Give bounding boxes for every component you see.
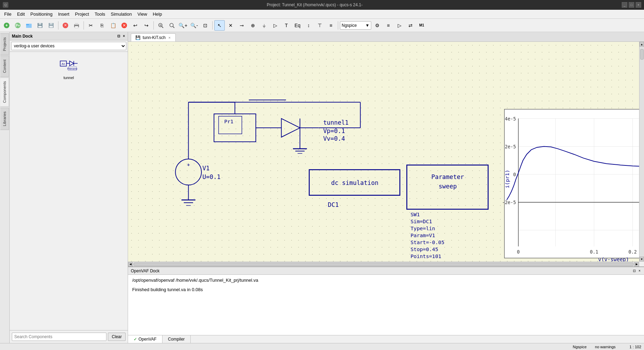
text-button[interactable]: T — [281, 20, 292, 31]
undo-button[interactable]: ↩ — [130, 20, 141, 31]
dock-tabs: ✓ OpenVAF Compiler — [128, 335, 644, 343]
menu-insert[interactable]: Insert — [55, 11, 72, 17]
zoom-area-button[interactable]: ⊕ — [156, 20, 166, 31]
svg-rect-11 — [49, 26, 53, 28]
new-button[interactable]: + — [1, 20, 12, 31]
dock-content: /opt/openvaf/openvaf /home/vvk/.qucs/Tun… — [128, 275, 644, 335]
dock-float-button[interactable]: ⊡ — [632, 268, 636, 273]
new-project-button[interactable]: P+ — [13, 20, 23, 31]
zoom-fit-button[interactable] — [167, 20, 177, 31]
save-as-button[interactable] — [46, 20, 56, 31]
libraries-tab[interactable]: Libraries — [0, 108, 9, 130]
search-input[interactable] — [12, 333, 106, 341]
svg-rect-15 — [75, 23, 78, 25]
scroll-right-button[interactable]: ▶ — [634, 262, 639, 266]
compiler-tab-label: Compiler — [168, 337, 185, 342]
svg-text:Vp=0.1: Vp=0.1 — [323, 127, 345, 134]
tab-bar: 💾 tunn-KiT.sch × — [128, 32, 644, 42]
clear-button[interactable]: Clear — [108, 333, 126, 341]
vscrollbar[interactable]: ▲ ▼ — [639, 42, 644, 262]
save-button[interactable] — [35, 20, 45, 31]
zoom-reset-button[interactable]: ⊡ — [200, 20, 210, 31]
close-file-button[interactable]: × — [60, 20, 71, 31]
svg-text:P+: P+ — [16, 24, 20, 28]
left-panel: Main Dock ⊡ × verilog-a user devices lum… — [10, 32, 128, 343]
port-button[interactable]: ▷ — [270, 20, 280, 31]
netlist-button[interactable]: ≡ — [326, 20, 336, 31]
scroll-up-button[interactable]: ▲ — [639, 42, 644, 47]
redo-button[interactable]: ↪ — [141, 20, 152, 31]
menu-project[interactable]: Project — [72, 11, 92, 17]
tunnel-icon: An Filename — [58, 57, 79, 75]
zoom-in-button[interactable]: 🔍+ — [178, 20, 188, 31]
projects-tab[interactable]: Projects — [0, 33, 9, 55]
wire-button[interactable]: ⊸ — [237, 20, 247, 31]
panel-close-button[interactable]: × — [122, 33, 126, 39]
close-button[interactable]: × — [636, 2, 641, 8]
equation-button[interactable]: Eq — [292, 20, 303, 31]
select-button[interactable]: ↖ — [214, 20, 225, 31]
open-button[interactable] — [24, 20, 34, 31]
main-layout: Projects Content Components Libraries Ma… — [0, 32, 644, 343]
m1-button[interactable]: M1 — [416, 20, 427, 31]
component-category-dropdown[interactable]: verilog-a user devices lumped components… — [10, 40, 128, 52]
sim-sync-button[interactable]: ⇄ — [405, 20, 416, 31]
window-controls[interactable]: _ □ × — [622, 2, 641, 8]
panel-float-button[interactable]: ⊡ — [117, 33, 121, 39]
dock-title: OpenVAF Dock — [131, 269, 159, 273]
svg-text:0.1: 0.1 — [590, 249, 598, 255]
menu-file[interactable]: File — [1, 11, 14, 17]
tab-label: tunn-KiT.sch — [143, 35, 166, 40]
ground-button[interactable]: ⏚ — [259, 20, 269, 31]
schematic-area[interactable]: Pr1 — [128, 42, 639, 262]
category-select[interactable]: verilog-a user devices lumped components… — [11, 42, 126, 50]
tab-close-button[interactable]: × — [168, 36, 171, 40]
component-label: tunnel — [64, 76, 74, 80]
delete-button[interactable]: ✕ — [119, 20, 129, 31]
app-icon: Q — [3, 2, 8, 8]
cut-button[interactable]: ✂ — [86, 20, 96, 31]
zoom-out-button[interactable]: 🔍- — [189, 20, 199, 31]
menu-help[interactable]: Help — [150, 11, 165, 17]
simulator-selector[interactable]: Ngspice ▼ — [340, 21, 371, 30]
svg-text:i(pr1): i(pr1) — [504, 170, 510, 188]
mirror-button[interactable]: ↕ — [303, 20, 314, 31]
netlist-view-button[interactable]: ≡ — [383, 20, 393, 31]
components-tab[interactable]: Components — [0, 77, 9, 107]
vdd-button[interactable]: ⊤ — [315, 20, 325, 31]
compiler-tab[interactable]: Compiler — [162, 335, 191, 343]
sep5 — [338, 21, 338, 30]
print-button[interactable] — [71, 20, 82, 31]
copy-button[interactable]: ⎘ — [97, 20, 107, 31]
hscrollbar[interactable]: ◀ ▶ — [128, 262, 639, 266]
svg-text:0.2: 0.2 — [628, 249, 637, 255]
menu-positioning[interactable]: Positioning — [27, 11, 55, 17]
tunnel-component[interactable]: An Filename tunnel — [56, 55, 81, 82]
component-button[interactable]: ⊕ — [248, 20, 258, 31]
delete-mode-button[interactable]: ✕ — [225, 20, 236, 31]
vscroll-thumb[interactable] — [640, 49, 644, 60]
run-sim-button[interactable]: ▷ — [394, 20, 405, 31]
vscroll-track[interactable] — [639, 47, 644, 257]
openvaf-tab[interactable]: ✓ OpenVAF — [128, 335, 162, 343]
svg-text:U=0.1: U=0.1 — [202, 173, 221, 180]
hscroll-thumb[interactable] — [134, 263, 634, 266]
menu-view[interactable]: View — [135, 11, 150, 17]
schematic-tab[interactable]: 💾 tunn-KiT.sch × — [131, 33, 176, 41]
tab-save-icon: 💾 — [135, 35, 141, 40]
menu-tools[interactable]: Tools — [92, 11, 108, 17]
scroll-left-button[interactable]: ◀ — [128, 262, 133, 266]
svg-text:⊕: ⊕ — [159, 24, 162, 27]
maximize-button[interactable]: □ — [629, 2, 634, 8]
menu-edit[interactable]: Edit — [14, 11, 27, 17]
svg-rect-35 — [214, 114, 256, 142]
dock-title-link[interactable]: OpenVAF Dock — [131, 269, 159, 273]
minimize-button[interactable]: _ — [622, 2, 627, 8]
content-tab[interactable]: Content — [0, 56, 9, 77]
menu-simulation[interactable]: Simulation — [108, 11, 135, 17]
sim-settings-button[interactable]: ⚙ — [372, 20, 382, 31]
scroll-down-button[interactable]: ▼ — [639, 257, 644, 262]
content-area: 💾 tunn-KiT.sch × — [128, 32, 644, 343]
paste-button[interactable]: 📋 — [108, 20, 118, 31]
dock-close-button[interactable]: × — [638, 268, 641, 273]
